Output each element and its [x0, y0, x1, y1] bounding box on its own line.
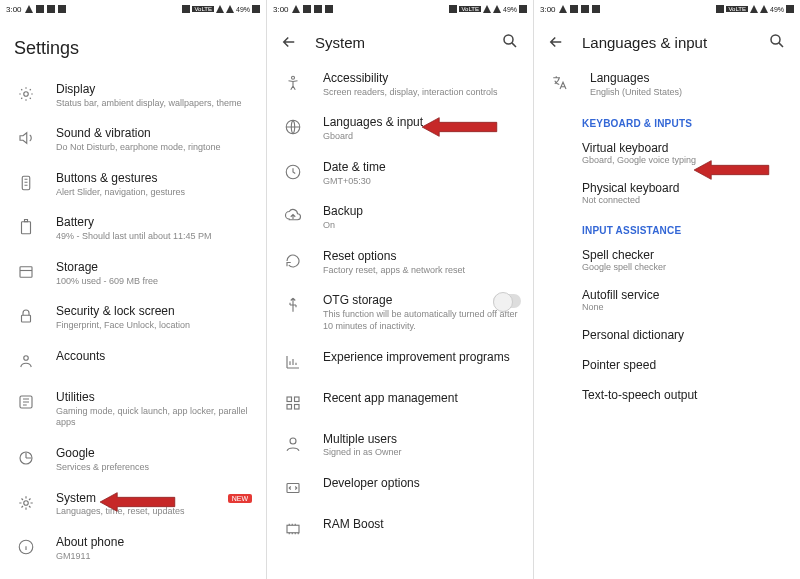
notif-icon	[581, 5, 589, 13]
system-row[interactable]: Reset optionsFactory reset, apps & netwo…	[267, 240, 533, 284]
settings-row[interactable]: About phoneGM1911	[0, 526, 266, 570]
row-title: Google	[56, 445, 252, 462]
row-title: Spell checker	[582, 248, 786, 262]
assist-row[interactable]: Autofill serviceNone	[534, 280, 800, 320]
settings-row[interactable]: Storage100% used - 609 MB free	[0, 251, 266, 295]
settings-row[interactable]: Buttons & gesturesAlert Slider, navigati…	[0, 162, 266, 206]
system-row[interactable]: Recent app management	[267, 382, 533, 423]
utilities-icon	[14, 390, 38, 414]
status-bar: 3:00 VoLTE 49%	[0, 0, 266, 18]
row-title: Recent app management	[323, 390, 519, 407]
notif-icon	[592, 5, 600, 13]
apps-icon	[281, 391, 305, 415]
row-sub: Signed in as Owner	[323, 447, 519, 459]
volte-icon: VoLTE	[192, 6, 214, 12]
row-title: Storage	[56, 259, 252, 276]
row-title: Autofill service	[582, 288, 786, 302]
settings-row[interactable]: DisplayStatus bar, ambient display, wall…	[0, 73, 266, 117]
lang-input-list[interactable]: Languages English (United States) KEYBOA…	[534, 62, 800, 579]
notif-icon	[314, 5, 322, 13]
svg-rect-16	[287, 404, 292, 409]
settings-pane: 3:00 VoLTE 49% Settings DisplayStatus ba…	[0, 0, 266, 579]
notif-icon	[36, 5, 44, 13]
system-icon	[14, 491, 38, 515]
svg-rect-3	[20, 267, 32, 278]
row-title: Security & lock screen	[56, 303, 252, 320]
svg-rect-14	[287, 397, 292, 402]
settings-row[interactable]: SystemLanguages, time, reset, updatesNEW	[0, 482, 266, 526]
row-title: Virtual keyboard	[582, 141, 786, 155]
page-title: System	[315, 34, 501, 51]
page-title: Languages & input	[582, 34, 768, 51]
alarm-icon	[716, 5, 724, 13]
settings-row[interactable]: Sound & vibrationDo Not Disturb, earphon…	[0, 117, 266, 161]
system-row[interactable]: Multiple usersSigned in as Owner	[267, 423, 533, 467]
row-title: Backup	[323, 203, 519, 220]
svg-point-18	[290, 438, 296, 444]
row-title: Multiple users	[323, 431, 519, 448]
keyboard-row[interactable]: Physical keyboardNot connected	[534, 173, 800, 213]
settings-row[interactable]: GoogleServices & preferences	[0, 437, 266, 481]
search-button[interactable]	[768, 32, 788, 52]
globe-icon	[281, 115, 305, 139]
dev-icon	[281, 476, 305, 500]
system-pane: 3:00 VoLTE 49% System AccessibilityScree…	[266, 0, 533, 579]
notif-icon	[570, 5, 578, 13]
settings-row[interactable]: Battery49% - Should last until about 11:…	[0, 206, 266, 250]
system-row[interactable]: Developer options	[267, 467, 533, 508]
header: System	[267, 18, 533, 62]
notif-icon	[325, 5, 333, 13]
row-sub: English (United States)	[590, 87, 786, 99]
clock: 3:00	[540, 5, 556, 14]
row-sub: Gboard	[323, 131, 519, 143]
row-title: About phone	[56, 534, 252, 551]
notif-icon	[25, 5, 33, 13]
battery-icon	[786, 5, 794, 13]
svg-rect-15	[295, 397, 300, 402]
assist-row[interactable]: Personal dictionary	[534, 320, 800, 350]
clock-icon	[281, 160, 305, 184]
settings-list[interactable]: DisplayStatus bar, ambient display, wall…	[0, 73, 266, 579]
system-row[interactable]: Languages & inputGboard	[267, 106, 533, 150]
section-input-assistance: INPUT ASSISTANCE	[534, 213, 800, 240]
system-row[interactable]: Experience improvement programs	[267, 341, 533, 382]
row-title: Physical keyboard	[582, 181, 786, 195]
toggle[interactable]	[493, 294, 521, 308]
usb-icon	[281, 293, 305, 317]
row-title: Display	[56, 81, 252, 98]
back-button[interactable]	[279, 32, 299, 52]
row-sub: None	[582, 302, 786, 312]
keyboard-row[interactable]: Virtual keyboardGboard, Google voice typ…	[534, 133, 800, 173]
settings-row[interactable]: Security & lock screenFingerprint, Face …	[0, 295, 266, 339]
sound-icon	[14, 126, 38, 150]
row-title: Accessibility	[323, 70, 519, 87]
ram-icon	[281, 517, 305, 541]
system-list[interactable]: AccessibilityScreen readers, display, in…	[267, 62, 533, 579]
system-row[interactable]: Date & timeGMT+05:30	[267, 151, 533, 195]
accessibility-icon	[281, 71, 305, 95]
row-title: Experience improvement programs	[323, 349, 519, 366]
settings-row[interactable]: Accounts	[0, 340, 266, 381]
back-button[interactable]	[546, 32, 566, 52]
battery-text: 49%	[770, 6, 784, 13]
page-title: Settings	[0, 18, 266, 73]
languages-row[interactable]: Languages English (United States)	[534, 62, 800, 106]
system-row[interactable]: RAM Boost	[267, 508, 533, 549]
system-row[interactable]: BackupOn	[267, 195, 533, 239]
search-button[interactable]	[501, 32, 521, 52]
row-title: Battery	[56, 214, 252, 231]
assist-row[interactable]: Pointer speed	[534, 350, 800, 380]
row-title: Pointer speed	[582, 358, 786, 372]
row-sub: GM1911	[56, 551, 252, 563]
storage-icon	[14, 260, 38, 284]
svg-point-5	[24, 356, 29, 361]
system-row[interactable]: OTG storageThis function will be automat…	[267, 284, 533, 340]
status-bar: 3:00 VoLTE 49%	[267, 0, 533, 18]
settings-row[interactable]: UtilitiesGaming mode, quick launch, app …	[0, 381, 266, 437]
assist-row[interactable]: Text-to-speech output	[534, 380, 800, 410]
assist-row[interactable]: Spell checkerGoogle spell checker	[534, 240, 800, 280]
system-row[interactable]: AccessibilityScreen readers, display, in…	[267, 62, 533, 106]
row-sub: Google spell checker	[582, 262, 786, 272]
svg-point-11	[292, 76, 295, 79]
user-icon	[281, 432, 305, 456]
